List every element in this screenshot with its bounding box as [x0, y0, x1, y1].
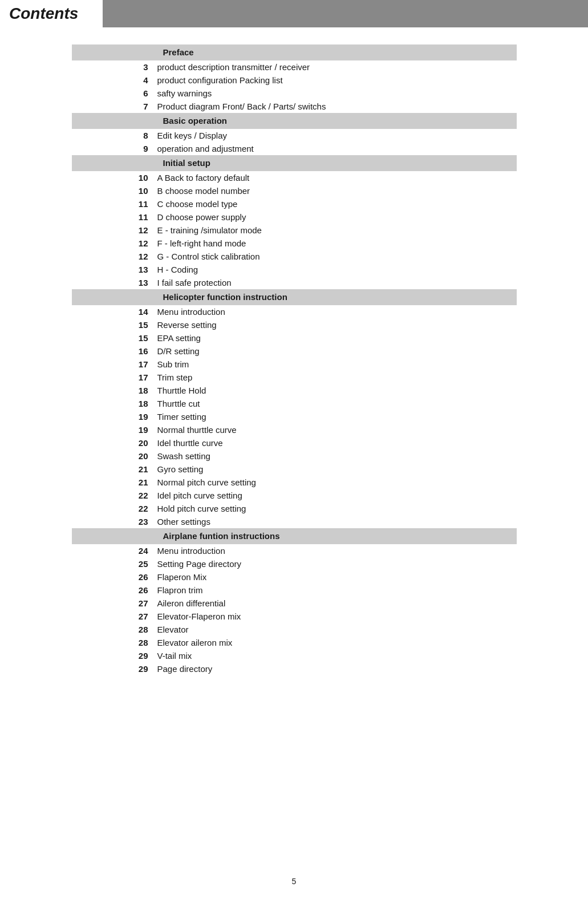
toc-entry-label: Hold pitch curve setting	[157, 504, 246, 513]
toc-entry: 12E - training /simulator mode	[72, 224, 517, 237]
toc-entry: 12G - Control stick calibration	[72, 250, 517, 263]
toc-entry-label: I fail safe protection	[157, 278, 232, 287]
toc-entry-label: D/R setting	[157, 346, 200, 356]
toc-entry-label: C choose model type	[157, 199, 238, 209]
toc-entry-label: H - Coding	[157, 265, 198, 274]
toc-entry: 29Page directory	[72, 662, 517, 675]
toc-entry: 15Reverse setting	[72, 318, 517, 331]
toc-entry: 29V-tail mix	[72, 649, 517, 662]
toc-entry-label: Trim step	[157, 372, 193, 382]
toc-page-number: 21	[72, 464, 157, 474]
toc-page-number: 18	[72, 386, 157, 395]
toc-page-number: 20	[72, 451, 157, 461]
toc-entry: 18Thurttle cut	[72, 397, 517, 410]
toc-page-number: 29	[72, 664, 157, 674]
toc-page-number: 11	[72, 212, 157, 222]
toc-entry-label: operation and adjustment	[157, 144, 254, 153]
toc-page-number: 15	[72, 333, 157, 343]
section-header-initial-setup: Initial setup	[72, 155, 517, 171]
page-title: Contents	[9, 5, 78, 23]
toc-page-number: 12	[72, 225, 157, 235]
toc-page-number: 10	[72, 173, 157, 183]
toc-page-number: 29	[72, 651, 157, 661]
toc-page-number: 11	[72, 199, 157, 209]
toc-page-number: 3	[72, 62, 157, 72]
toc-entry: 28Elevator aileron mix	[72, 636, 517, 649]
toc-page-number: 8	[72, 131, 157, 140]
toc-entry-label: Thurttle Hold	[157, 386, 206, 395]
toc-entry-label: Thurttle cut	[157, 399, 200, 408]
toc-entry-label: Aileron differential	[157, 598, 226, 608]
toc-entry: 10A Back to factory default	[72, 171, 517, 184]
toc-page-number: 19	[72, 425, 157, 435]
toc-entry: 13I fail safe protection	[72, 276, 517, 289]
toc-entry-label: Elevator aileron mix	[157, 638, 233, 647]
header-bar	[103, 0, 588, 27]
toc-entry: 19Normal thurttle curve	[72, 423, 517, 436]
toc-entry: 15EPA setting	[72, 331, 517, 345]
toc-entry: 4product configuration Packing list	[72, 74, 517, 87]
toc-entry-label: Sub trim	[157, 359, 189, 369]
toc-entry-label: F - left-right hand mode	[157, 238, 246, 248]
toc-entry: 25Setting Page directory	[72, 557, 517, 570]
toc-page-number: 7	[72, 102, 157, 111]
toc-entry: 12F - left-right hand mode	[72, 237, 517, 250]
toc-entry: 6safty warnings	[72, 87, 517, 100]
toc-page-number: 12	[72, 238, 157, 248]
toc-page-number: 4	[72, 75, 157, 85]
toc-page-number: 27	[72, 612, 157, 621]
section-label-helicopter-function: Helicopter function instruction	[163, 292, 287, 302]
toc-page-number: 24	[72, 546, 157, 556]
toc-entry: 17Sub trim	[72, 358, 517, 371]
toc-entry: 20Idel thurttle curve	[72, 436, 517, 450]
toc-page-number: 18	[72, 399, 157, 408]
toc-entry: 22Hold pitch curve setting	[72, 502, 517, 515]
toc-entry-label: E - training /simulator mode	[157, 225, 262, 235]
toc-page-number: 20	[72, 438, 157, 448]
toc-entry: 21Gyro setting	[72, 463, 517, 476]
toc-entry-label: Product diagram Front/ Back / Parts/ swi…	[157, 102, 326, 111]
toc-entry: 28Elevator	[72, 623, 517, 636]
section-label-basic-operation: Basic operation	[163, 116, 228, 125]
toc-page-number: 13	[72, 278, 157, 287]
toc-page-number: 15	[72, 320, 157, 330]
toc-entry-label: Normal pitch curve setting	[157, 477, 256, 487]
toc-entry: 27Aileron differential	[72, 597, 517, 610]
toc-entry-label: Menu introduction	[157, 546, 225, 556]
toc-page-number: 19	[72, 412, 157, 422]
toc-entry-label: EPA setting	[157, 333, 201, 343]
toc-page-number: 12	[72, 252, 157, 261]
toc-page-number: 21	[72, 477, 157, 487]
section-header-helicopter-function: Helicopter function instruction	[72, 289, 517, 305]
toc-entry-label: Timer setting	[157, 412, 206, 422]
toc-page-number: 22	[72, 504, 157, 513]
toc-entry-label: B choose model number	[157, 186, 250, 196]
toc-entry-label: Other settings	[157, 517, 210, 527]
toc-entry-label: Menu introduction	[157, 307, 225, 317]
section-header-airplane-function: Airplane funtion instructions	[72, 528, 517, 544]
toc-entry: 3product description transmitter / recei…	[72, 60, 517, 74]
toc-entry-label: Normal thurttle curve	[157, 425, 237, 435]
toc-entry: 11D choose power supply	[72, 210, 517, 224]
toc-page-number: 26	[72, 585, 157, 595]
toc-entry: 19Timer setting	[72, 410, 517, 423]
toc-page-number: 17	[72, 359, 157, 369]
toc-entry-label: Flapron trim	[157, 585, 203, 595]
toc-page-number: 6	[72, 88, 157, 98]
page-header: Contents	[0, 0, 588, 27]
toc-entry-label: D choose power supply	[157, 212, 246, 222]
contents-wrapper: Preface3product description transmitter …	[38, 39, 551, 710]
toc-page-number: 27	[72, 598, 157, 608]
toc-entry: 26Flaperon Mix	[72, 570, 517, 584]
toc-entry: 14Menu introduction	[72, 305, 517, 318]
toc-page-number: 28	[72, 638, 157, 647]
toc-page-number: 14	[72, 307, 157, 317]
toc-page-number: 23	[72, 517, 157, 527]
toc-entry-label: V-tail mix	[157, 651, 192, 661]
toc-entry: 23Other settings	[72, 515, 517, 528]
toc-entry: 8Edit keys / Display	[72, 129, 517, 142]
toc-entry-label: product description transmitter / receiv…	[157, 62, 310, 72]
page-number: 5	[292, 877, 297, 886]
toc-page-number: 9	[72, 144, 157, 153]
toc-entry-label: Page directory	[157, 664, 213, 674]
